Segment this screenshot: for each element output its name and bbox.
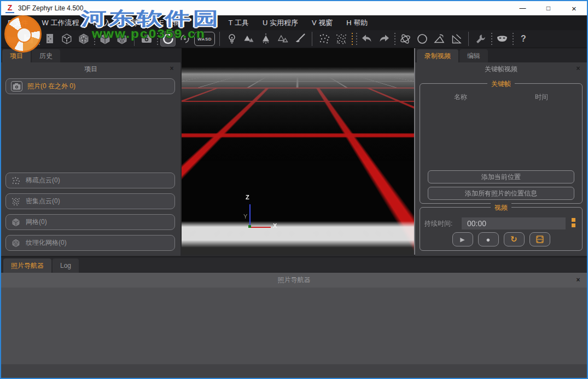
tab-photo-navigator[interactable]: 照片导航器	[3, 259, 51, 273]
menu-edit[interactable]: E 编辑	[159, 18, 180, 28]
close-button[interactable]: ×	[561, 1, 587, 15]
axis-origin-dot	[248, 225, 251, 228]
tab-edit[interactable]: 编辑	[459, 49, 488, 62]
menu-file[interactable]: F 文件	[8, 18, 28, 28]
toolbar-grip[interactable]	[511, 33, 514, 45]
duration-label: 持续时间:	[424, 219, 452, 228]
toolbar-grip-orange[interactable]	[351, 33, 353, 45]
white-grid-patch	[182, 48, 414, 224]
title-bar: Z 3DF Zephyr Lite 4.500 — □ ×	[1, 1, 587, 15]
toolbar-grip[interactable]	[490, 33, 493, 45]
axis-z-line	[249, 204, 251, 227]
redo-button[interactable]	[376, 31, 392, 47]
menu-tools[interactable]: T 工具	[229, 18, 249, 28]
save-project-button[interactable]	[21, 31, 36, 47]
textured-mesh-button[interactable]	[114, 31, 130, 47]
menu-utilities[interactable]: U 实用程序	[263, 18, 298, 28]
wasd-mode-button[interactable]: WASD	[194, 32, 215, 46]
extract-mesh-button[interactable]	[97, 31, 113, 47]
undo-arrow-icon	[360, 32, 374, 45]
textured-mesh-item[interactable]: 纹理化网格(0)	[5, 235, 175, 251]
dense-cloud-item[interactable]: 密集点云(0)	[5, 193, 175, 209]
duration-input[interactable]: 00:00	[462, 217, 566, 229]
circle-select-button[interactable]	[415, 31, 430, 47]
camera-icon	[11, 81, 22, 91]
export-video-button[interactable]	[529, 232, 550, 246]
measure-button[interactable]	[449, 31, 464, 47]
mesh-item[interactable]: 网格(0)	[5, 214, 175, 230]
camera-view-button[interactable]	[139, 31, 154, 47]
tab-history[interactable]: 历史	[32, 49, 60, 62]
menu-export[interactable]: E 导出	[125, 18, 145, 28]
settings-button[interactable]	[473, 31, 488, 47]
menu-scene[interactable]: S 场景	[194, 18, 214, 28]
toolbar-grip[interactable]	[38, 33, 40, 45]
dense-points-button[interactable]	[334, 31, 349, 47]
loop-icon: ↻	[510, 234, 517, 244]
photos-item[interactable]: 照片(0 在之外 0)	[5, 78, 175, 94]
tab-record-video[interactable]: 录制视频	[417, 49, 458, 62]
lighting-button[interactable]	[224, 31, 240, 47]
menu-workflow[interactable]: W 工作流程	[42, 18, 79, 28]
rotate-around-point-button[interactable]	[177, 31, 193, 47]
mask-button[interactable]	[494, 31, 510, 47]
tab-log[interactable]: Log	[53, 259, 79, 273]
toolbar-grip[interactable]	[355, 33, 358, 45]
duration-spin-down[interactable]	[572, 223, 575, 227]
menu-import[interactable]: I 导入	[92, 18, 110, 28]
redo-arrow-icon	[377, 32, 391, 45]
viewport-scene	[182, 48, 414, 255]
orbit-mode-button[interactable]	[160, 31, 176, 47]
menu-help[interactable]: H 帮助	[346, 18, 368, 28]
undo-button[interactable]	[359, 31, 375, 47]
wireframe-button[interactable]	[275, 31, 290, 47]
toolbar-grip[interactable]	[93, 33, 96, 45]
camera-icon	[140, 32, 153, 45]
help-button[interactable]: ?	[516, 31, 531, 47]
smooth-shading-button[interactable]	[258, 31, 273, 47]
cube-sparse-icon	[60, 32, 73, 45]
ground-grid	[182, 56, 414, 74]
keyframe-list-columns: 名称 时间	[420, 93, 582, 102]
menu-view[interactable]: V 视窗	[312, 18, 333, 28]
import-pictures-button[interactable]	[42, 31, 57, 47]
ruler-square-icon	[450, 32, 463, 45]
video-group-label: 视频	[491, 203, 511, 213]
loop-button[interactable]: ↻	[504, 232, 525, 246]
sparse-points-button[interactable]	[317, 31, 332, 47]
play-button[interactable]: ▶	[452, 232, 473, 246]
toolbar-separator	[134, 32, 135, 46]
video-controls: ▶ ● ↻	[420, 232, 582, 246]
project-panel: 项目 × 照片(0 在之外 0) 稀疏点云(0) 密集点云(0) 网格(0) 纹…	[1, 62, 181, 256]
plane-tool-button[interactable]	[432, 31, 447, 47]
tab-project[interactable]: 项目	[2, 49, 31, 62]
sparse-points-icon	[318, 32, 331, 45]
cube-dense-icon	[77, 32, 90, 45]
record-button[interactable]: ●	[478, 232, 499, 246]
keyframe-list-empty[interactable]	[423, 104, 579, 165]
toolbar-grip[interactable]	[156, 33, 159, 45]
import-sparse-cloud-button[interactable]	[59, 31, 74, 47]
close-panel-icon[interactable]: ×	[574, 276, 582, 284]
triangle-arrows-icon	[259, 32, 272, 45]
flat-shading-button[interactable]	[241, 31, 257, 47]
import-dense-cloud-button[interactable]	[76, 31, 91, 47]
maximize-button[interactable]: □	[535, 1, 561, 15]
mesh-cube-icon	[98, 32, 112, 45]
duration-spin-up[interactable]	[572, 218, 575, 222]
minimize-button[interactable]: —	[510, 1, 535, 15]
add-current-position-button[interactable]: 添加当前位置	[428, 170, 574, 183]
photo-navigator-content[interactable]	[1, 288, 587, 364]
red-grid-zone	[182, 56, 414, 88]
toolbar-grip[interactable]	[393, 33, 396, 45]
gizmo-button[interactable]	[398, 31, 413, 47]
orbit-center-icon	[178, 32, 191, 45]
close-panel-icon[interactable]: ×	[168, 65, 176, 72]
sparse-cloud-item[interactable]: 稀疏点云(0)	[5, 173, 175, 188]
app-window: Z 3DF Zephyr Lite 4.500 — □ × F 文件 W 工作流…	[0, 0, 588, 379]
viewport-3d[interactable]: Z X Y	[182, 48, 414, 255]
close-panel-icon[interactable]: ×	[574, 65, 582, 72]
paint-button[interactable]	[292, 31, 307, 47]
new-project-button[interactable]	[4, 31, 19, 47]
add-all-photo-positions-button[interactable]: 添加所有照片的位置信息	[428, 187, 574, 200]
